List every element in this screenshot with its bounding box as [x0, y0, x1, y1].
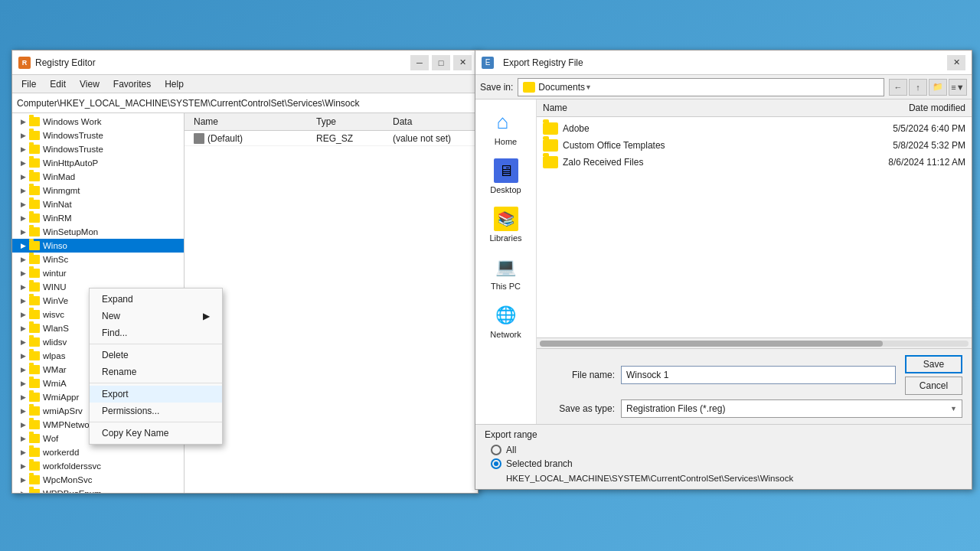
ctx-delete[interactable]: Delete — [90, 347, 222, 364]
ctx-export[interactable]: Export — [90, 386, 222, 403]
nav-libraries-label: Libraries — [489, 233, 521, 243]
tree-arrow: ▶ — [18, 227, 28, 236]
form-buttons: Save Cancel — [905, 355, 962, 395]
tree-item-wintur[interactable]: ▶ wintur — [12, 266, 184, 280]
folder-icon — [29, 448, 40, 457]
tree-item-windowstruste2[interactable]: ▶ WindowsTruste — [12, 142, 184, 156]
toolbar-new-folder-button[interactable]: 📁 — [929, 79, 947, 96]
save-in-dropdown[interactable]: Documents ▼ — [518, 78, 884, 96]
folder-icon-custom-office — [543, 139, 558, 152]
col-name[interactable]: Name — [188, 115, 310, 129]
menu-file[interactable]: File — [15, 77, 42, 91]
tree-item-winso[interactable]: ▶ Winso — [12, 239, 184, 253]
tree-label: WinRM — [43, 214, 72, 223]
ctx-find[interactable]: Find... — [90, 324, 222, 341]
folder-icon — [29, 420, 40, 429]
col-name-header[interactable]: Name — [543, 103, 843, 113]
tree-item-winhttpauto[interactable]: ▶ WinHttpAutoP — [12, 156, 184, 170]
menu-edit[interactable]: Edit — [44, 77, 72, 91]
range-option-selected[interactable]: Selected branch — [491, 458, 962, 469]
ctx-permissions[interactable]: Permissions... — [90, 403, 222, 419]
tree-arrow: ▶ — [18, 200, 28, 209]
tree-arrow: ▶ — [18, 296, 28, 305]
folder-icon — [29, 475, 40, 484]
data-type-value: REG_SZ — [310, 133, 387, 144]
nav-thispc[interactable]: This PC — [479, 250, 534, 295]
registry-icon: R — [18, 57, 31, 69]
tree-item-wpcmonsvc[interactable]: ▶ WpcMonSvc — [12, 473, 184, 487]
tree-item-windowstruste1[interactable]: ▶ WindowsTruste — [12, 129, 184, 142]
nav-network[interactable]: Network — [479, 298, 534, 344]
range-selected-label: Selected branch — [506, 458, 573, 469]
tree-arrow: ▶ — [18, 461, 28, 471]
nav-home[interactable]: Home — [479, 106, 534, 151]
col-data[interactable]: Data — [387, 115, 418, 129]
menu-view[interactable]: View — [74, 77, 106, 91]
tree-item-winnat[interactable]: ▶ WinNat — [12, 197, 184, 211]
tree-arrow: ▶ — [18, 269, 28, 278]
range-selected-path: HKEY_LOCAL_MACHINE\SYSTEM\CurrentControl… — [491, 474, 962, 483]
registry-addressbar: Computer\HKEY_LOCAL_MACHINE\SYSTEM\Curre… — [12, 93, 478, 113]
tree-arrow: ▶ — [18, 117, 28, 126]
tree-item-windowswork[interactable]: ▶ Windows Work — [12, 115, 184, 129]
desktop-icon — [494, 158, 518, 183]
registry-content: ▶ Windows Work ▶ WindowsTruste ▶ Windows… — [12, 113, 478, 493]
registry-data-panel: Name Type Data (Default) REG_SZ (value n… — [185, 113, 478, 493]
data-row-default[interactable]: (Default) REG_SZ (value not set) — [185, 131, 478, 146]
toolbar-back-button[interactable]: ← — [889, 79, 907, 96]
folder-icon — [29, 434, 40, 443]
col-type[interactable]: Type — [310, 115, 387, 129]
menu-help[interactable]: Help — [158, 77, 190, 91]
tree-label: WpcMonSvc — [43, 475, 93, 484]
data-cell-name: (Default) — [188, 133, 310, 144]
tree-label: WindowsTruste — [43, 145, 103, 154]
tree-item-winmad[interactable]: ▶ WinMad — [12, 170, 184, 184]
nav-desktop[interactable]: Desktop — [479, 154, 534, 199]
toolbar-up-button[interactable]: ↑ — [909, 79, 927, 96]
tree-item-wpdbsenum[interactable]: ▶ WPDBusEnum — [12, 487, 184, 493]
radio-all[interactable] — [491, 445, 501, 455]
ctx-new[interactable]: New ▶ — [90, 308, 222, 324]
savetype-label: Save as type: — [546, 403, 615, 414]
tree-item-winrm[interactable]: ▶ WinRM — [12, 211, 184, 225]
tree-item-workerdd[interactable]: ▶ workerdd — [12, 445, 184, 459]
ctx-copy-key-name[interactable]: Copy Key Name — [90, 425, 222, 442]
tree-label: workfolderssvc — [43, 461, 101, 471]
menu-favorites[interactable]: Favorites — [107, 77, 157, 91]
save-in-value: Documents — [538, 82, 585, 93]
nav-libraries[interactable]: Libraries — [479, 202, 534, 247]
filename-input[interactable] — [621, 366, 896, 384]
filelist-scrollbar[interactable] — [537, 337, 972, 348]
range-all-label: All — [506, 445, 516, 455]
folder-icon — [29, 324, 40, 333]
file-item-zalo[interactable]: Zalo Received Files 8/6/2024 11:12 AM — [540, 154, 969, 171]
cancel-button[interactable]: Cancel — [905, 377, 962, 395]
save-button[interactable]: Save — [905, 355, 962, 373]
export-close-button[interactable]: ✕ — [947, 55, 965, 70]
file-item-custom-office[interactable]: Custom Office Templates 5/8/2024 5:32 PM — [540, 137, 969, 154]
toolbar-view-button[interactable]: ≡▼ — [949, 79, 967, 96]
file-item-adobe[interactable]: Adobe 5/5/2024 6:40 PM — [540, 120, 969, 137]
range-option-all[interactable]: All — [491, 445, 962, 455]
close-button[interactable]: ✕ — [453, 55, 472, 70]
address-text: Computer\HKEY_LOCAL_MACHINE\SYSTEM\Curre… — [17, 98, 359, 109]
ctx-expand[interactable]: Expand — [90, 291, 222, 308]
savetype-dropdown[interactable]: Registration Files (*.reg) ▼ — [621, 399, 962, 418]
col-date-header[interactable]: Date modified — [843, 103, 965, 113]
minimize-button[interactable]: ─ — [410, 55, 429, 70]
file-name-zalo: Zalo Received Files — [563, 157, 843, 168]
tree-label: Winso — [43, 241, 67, 250]
export-sidebar: Home Desktop Libraries This PC Network — [475, 99, 537, 424]
tree-item-workfolderssvc[interactable]: ▶ workfolderssvc — [12, 459, 184, 473]
ctx-rename[interactable]: Rename — [90, 364, 222, 380]
tree-item-winsetupmon[interactable]: ▶ WinSetupMon — [12, 225, 184, 239]
tree-item-winsc[interactable]: ▶ WinSc — [12, 253, 184, 266]
ctx-copy-key-name-label: Copy Key Name — [102, 428, 168, 439]
registry-editor-window: R Registry Editor ─ □ ✕ File Edit View F… — [11, 50, 479, 494]
tree-item-winmgmt[interactable]: ▶ Winmgmt — [12, 184, 184, 197]
maximize-button[interactable]: □ — [432, 55, 450, 70]
tree-arrow: ▶ — [18, 172, 28, 181]
radio-selected[interactable] — [491, 458, 501, 469]
folder-icon — [29, 200, 40, 209]
ctx-expand-label: Expand — [102, 294, 133, 305]
